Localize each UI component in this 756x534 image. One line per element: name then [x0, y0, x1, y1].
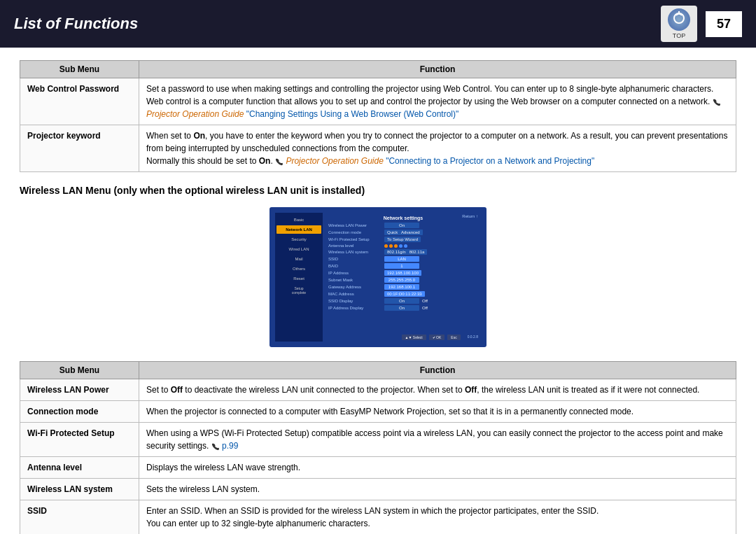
screen-val-lan-system: 802.11g/n 802.11a [384, 249, 427, 255]
func-text-ssid-1: Enter an SSID. When an SSID is provided … [146, 506, 598, 516]
screen-row-mac: MAC Address 00:1F:D0:11:22:33 [328, 291, 478, 297]
screen-label-ssid-display: SSID Display [328, 299, 384, 303]
table-2: Sub Menu Function Wireless LAN Power Set… [20, 361, 736, 534]
function-text-2b: , you have to enter the keyword when you… [146, 131, 727, 153]
screen-ip-bottom: 0.0.2.8 [468, 335, 478, 340]
link-connecting-projector[interactable]: "Connecting to a Projector on a Network … [386, 156, 594, 166]
screen-sidebar-others: Others [276, 265, 321, 273]
screen-row-ip-display: IP Address Display On Off [328, 305, 478, 311]
top-logo: TOP [661, 6, 697, 42]
screen-inner: Basic Network LAN Security Wired LAN Mai… [275, 213, 481, 342]
screen-row-lan-system: Wireless LAN system 802.11g/n 802.11a [328, 249, 478, 255]
screen-sidebar-mail: Mail [276, 255, 321, 263]
screen-val-baid: 1 [384, 263, 419, 269]
screen-val-gateway: 192.168.100.1 [384, 284, 419, 290]
screen-label-ip-display: IP Address Display [328, 306, 384, 310]
screen-label-ssid: SSID [328, 257, 384, 261]
table2-col-function: Function [139, 362, 736, 379]
screenshot-container: Basic Network LAN Security Wired LAN Mai… [20, 207, 736, 347]
keyword-on-bold: On [193, 131, 205, 141]
submenu-antenna-level: Antenna level [20, 457, 139, 479]
link-projector-op-guide-2[interactable]: Projector Operation Guide [286, 156, 383, 166]
screen-val-subnet: 255.255.255.0 [384, 277, 419, 283]
func-text-wlp-2: to deactivate the wireless LAN unit conn… [183, 385, 465, 395]
submenu-web-control-password: Web Control Password [20, 78, 139, 125]
keyword-on-bold-2: On [259, 156, 271, 166]
screen-btn-ok: ✔ OK [429, 335, 445, 340]
screen-bottom-bar: ▲▼ Select ✔ OK Esc 0.0.2.8 [326, 335, 481, 340]
screen-main: Return ↑ Network settings Wireless LAN P… [326, 213, 481, 342]
phone-icon-3 [211, 441, 222, 451]
function-antenna-level: Displays the wireless LAN wave strength. [139, 457, 736, 479]
screen-btn-esc: Esc [447, 335, 460, 340]
page-title: List of Functions [14, 15, 138, 33]
phone-ref-icon-1 [713, 98, 721, 106]
table-row: Connection mode When the projector is co… [20, 401, 736, 423]
svg-point-0 [674, 13, 684, 23]
link-changing-settings[interactable]: "Changing Settings Using a Web Browser (… [246, 109, 459, 119]
screen-label-mac: MAC Address [328, 292, 384, 296]
header-right: TOP 57 [661, 6, 742, 42]
submenu-wireless-lan-power: Wireless LAN Power [20, 379, 139, 401]
table1-col-function: Function [139, 61, 736, 78]
screen-row-ssid-display: SSID Display On Off [328, 298, 478, 304]
main-content: Sub Menu Function Web Control Password S… [0, 48, 756, 534]
submenu-wireless-lan-system: Wireless LAN system [20, 479, 139, 500]
dot-4 [399, 244, 402, 248]
wireless-lan-section-heading: Wireless LAN Menu (only when the optiona… [20, 185, 736, 196]
network-settings-screenshot: Basic Network LAN Security Wired LAN Mai… [270, 207, 486, 347]
phone-icon-2 [275, 156, 286, 166]
function-text-1: Set a password to use when making settin… [146, 84, 713, 106]
logo-label: TOP [673, 32, 685, 39]
phone-ref-icon-3 [211, 442, 220, 451]
screen-sidebar-basic: Basic [276, 216, 321, 224]
screen-row-wireless-power: Wireless LAN Power On [328, 223, 478, 228]
screen-row-ip: IP Address 192.168.100.100 [328, 270, 478, 276]
screen-label-wireless-power: Wireless LAN Power [328, 223, 384, 227]
table-row: Wireless LAN Power Set to Off to deactiv… [20, 379, 736, 401]
submenu-ssid: SSID [20, 500, 139, 535]
table1-col-submenu: Sub Menu [20, 61, 139, 78]
screen-label-baid: BAID [328, 264, 384, 268]
table-row: Wireless LAN system Sets the wireless LA… [20, 479, 736, 500]
screen-sidebar-wired-lan: Wired LAN [276, 245, 321, 253]
screen-row-ssid: SSID LAN [328, 256, 478, 262]
dot-5 [404, 244, 407, 248]
table-row: SSID Enter an SSID. When an SSID is prov… [20, 500, 736, 535]
link-projector-op-guide-1[interactable]: Projector Operation Guide [146, 109, 244, 119]
screen-return-label: Return ↑ [462, 214, 478, 218]
screen-row-connection-mode: Connection mode Quick Advanced [328, 230, 478, 235]
function-ssid: Enter an SSID. When an SSID is provided … [139, 500, 736, 535]
epson-logo-svg [671, 11, 687, 28]
func-bold-off-2: Off [465, 385, 477, 395]
screen-val-ssid: LAN [384, 256, 419, 262]
screen-label-connection-mode: Connection mode [328, 230, 384, 234]
screen-val-ip-display: On [384, 305, 419, 311]
link-p99[interactable]: p.99 [222, 441, 238, 451]
dot-3 [394, 244, 398, 248]
function-wifi-protected-setup: When using a WPS (Wi-Fi Protected Setup)… [139, 423, 736, 457]
screen-dots-antenna [384, 244, 407, 248]
screen-val-wireless-power: On [384, 223, 419, 228]
function-text-2a: When set to [146, 131, 193, 141]
table-1: Sub Menu Function Web Control Password S… [20, 60, 736, 172]
submenu-connection-mode: Connection mode [20, 401, 139, 423]
func-text-ssid-2: You can enter up to 32 single-byte alpha… [146, 519, 370, 528]
screen-sidebar-setup-complete: Setupcomplete [276, 284, 321, 297]
screen-row-antenna: Antenna level [328, 244, 478, 248]
table-row: Web Control Password Set a password to u… [20, 78, 736, 125]
screen-row-subnet: Subnet Mask 255.255.255.0 [328, 277, 478, 283]
function-web-control-password: Set a password to use when making settin… [139, 78, 736, 125]
logo-icon [668, 8, 690, 31]
screen-label-gateway: Gateway Address [328, 285, 384, 289]
phone-ref-icon-2 [275, 157, 284, 166]
phone-icon-1 [713, 97, 721, 106]
screen-label-antenna: Antenna level [328, 244, 384, 248]
screen-row-gateway: Gateway Address 192.168.100.1 [328, 284, 478, 290]
table-row: Antenna level Displays the wireless LAN … [20, 457, 736, 479]
screen-label-ip: IP Address [328, 271, 384, 275]
screen-row-baid: BAID 1 [328, 263, 478, 269]
function-connection-mode: When the projector is connected to a com… [139, 401, 736, 423]
screen-val-mac: 00:1F:D0:11:22:33 [384, 291, 425, 297]
func-text-wlp-1: Set to [146, 385, 171, 395]
